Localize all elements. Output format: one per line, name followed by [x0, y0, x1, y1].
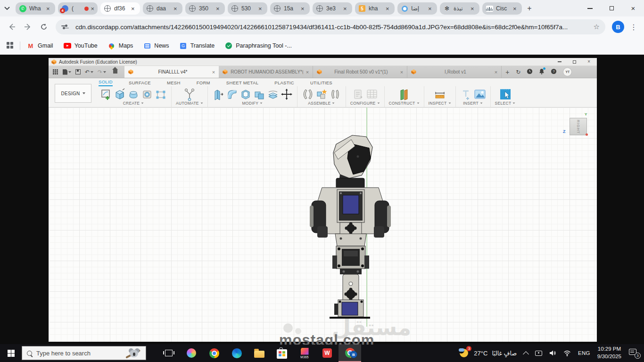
bookmark-news[interactable]: News: [143, 42, 169, 49]
revolve-icon[interactable]: [127, 88, 140, 101]
fusion-close-icon[interactable]: ×: [587, 59, 590, 64]
copilot-button[interactable]: [180, 344, 203, 362]
wps-office-button[interactable]: W: [316, 344, 339, 362]
new-component-icon[interactable]: [315, 88, 328, 101]
group-label-construct[interactable]: CONSTRUCT: [389, 101, 420, 106]
clock-icon[interactable]: [527, 68, 533, 75]
data-panel-icon[interactable]: [53, 69, 58, 75]
help-icon[interactable]: ?: [551, 68, 557, 75]
home-view-icon[interactable]: [112, 69, 118, 74]
select-icon[interactable]: [499, 88, 512, 101]
weather-icon[interactable]: 3: [458, 347, 471, 359]
apps-grid-icon[interactable]: [7, 42, 14, 49]
measure-icon[interactable]: [434, 88, 446, 101]
browser-tab-350[interactable]: 350 ×: [185, 2, 225, 15]
edge-button[interactable]: [225, 344, 248, 362]
tab-surface[interactable]: SURFACE: [129, 80, 151, 86]
active-chrome-window-button[interactable]: B: [339, 344, 361, 362]
forward-icon[interactable]: [21, 20, 35, 34]
browser-tab-3e3[interactable]: 3e3 ×: [313, 2, 352, 15]
file-explorer-button[interactable]: [248, 344, 271, 362]
group-label-create[interactable]: CREATE: [123, 101, 144, 106]
meet-now-icon[interactable]: [535, 351, 542, 356]
automate-icon[interactable]: [183, 88, 196, 101]
extrude-icon[interactable]: [114, 88, 126, 101]
doc-tab-close-icon[interactable]: ×: [495, 69, 497, 75]
file-menu-icon[interactable]: [63, 69, 71, 75]
notifications-bell-icon[interactable]: [539, 68, 545, 75]
fusion-user-avatar[interactable]: YT: [563, 67, 572, 76]
tab-sheet-metal[interactable]: SHEET METAL: [226, 80, 258, 86]
bookmark-youtube[interactable]: YouTube: [64, 42, 98, 49]
start-button[interactable]: [0, 344, 22, 362]
speaker-icon[interactable]: [549, 350, 556, 356]
viewcube[interactable]: RIGHT: [570, 118, 587, 135]
bookmark-translate[interactable]: G Translate: [180, 42, 215, 49]
workspace-selector[interactable]: DESIGN: [55, 84, 91, 103]
fusion-doc-tab-finallll[interactable]: FINALLLL v4* ×: [124, 66, 219, 78]
tray-expand-chevron-icon[interactable]: [524, 350, 528, 356]
taskbar-search-box[interactable]: Type here to search: [22, 346, 146, 360]
group-label-modify[interactable]: MODIFY: [242, 101, 263, 106]
tab-close-icon[interactable]: ×: [46, 6, 50, 12]
profile-avatar[interactable]: B: [612, 21, 624, 33]
shell-icon[interactable]: [239, 88, 252, 101]
tab-close-icon[interactable]: ×: [91, 6, 94, 12]
browser-tab-kha[interactable]: 5 kha ×: [355, 2, 395, 15]
configuration-doc-icon[interactable]: [352, 88, 364, 101]
create-sketch-icon[interactable]: [100, 88, 112, 101]
wifi-icon[interactable]: [563, 350, 571, 356]
redo-icon[interactable]: ↷: [98, 69, 106, 75]
tab-solid[interactable]: SOLID: [99, 79, 113, 86]
url-text[interactable]: cdn.discordapp.com/attachments/142266015…: [75, 24, 590, 31]
browser-tab-15a[interactable]: 15a ×: [270, 2, 310, 15]
address-bar[interactable]: cdn.discordapp.com/attachments/142266015…: [56, 19, 605, 34]
pattern-icon[interactable]: [155, 88, 167, 101]
chrome-button[interactable]: [203, 344, 225, 362]
language-indicator[interactable]: ENG: [578, 350, 590, 356]
tab-close-icon[interactable]: ×: [386, 6, 389, 12]
sync-icon[interactable]: ↻: [516, 69, 520, 75]
bookmark-maps[interactable]: Maps: [108, 42, 133, 49]
restore-button[interactable]: [601, 0, 622, 16]
group-label-insert[interactable]: INSERT: [463, 101, 483, 106]
tab-close-icon[interactable]: ×: [471, 6, 474, 12]
group-label-configure[interactable]: CONFIGURE: [350, 101, 380, 106]
browser-tab-arabic1[interactable]: إضا ×: [397, 2, 437, 15]
tab-close-icon[interactable]: ×: [428, 6, 432, 12]
tab-close-icon[interactable]: ×: [216, 6, 220, 12]
m365-button[interactable]: M365: [293, 344, 316, 362]
browser-menu-icon[interactable]: ⋮: [628, 23, 639, 32]
browser-tab-df36-active[interactable]: df36 ×: [100, 2, 140, 15]
tab-close-icon[interactable]: ×: [301, 6, 305, 12]
configuration-table-icon[interactable]: [366, 88, 378, 101]
browser-tab-whatsapp[interactable]: ✆ Wha ×: [16, 2, 55, 15]
doc-tab-close-icon[interactable]: ×: [306, 69, 309, 75]
joint-icon[interactable]: [302, 88, 314, 101]
browser-tab-arabic2[interactable]: ✻ نبذة ×: [440, 2, 479, 15]
site-settings-icon[interactable]: [61, 23, 72, 31]
bookmark-gmail[interactable]: M Gmail: [27, 42, 53, 49]
fusion-canvas[interactable]: RIGHT Z Y مستقل: [49, 107, 597, 342]
group-label-inspect[interactable]: INSPECT: [429, 101, 451, 106]
tab-utilities[interactable]: UTILITIES: [310, 80, 332, 86]
tab-close-icon[interactable]: ×: [258, 6, 262, 12]
weather-description[interactable]: صافٍ غالبًا: [492, 350, 517, 357]
tab-plastic[interactable]: PLASTIC: [274, 80, 294, 86]
new-tab-button[interactable]: +: [523, 2, 536, 15]
group-label-select[interactable]: SELECT: [495, 101, 516, 106]
fusion-doc-tab-irobot[interactable]: I,Robot v1 ×: [407, 66, 502, 78]
insert-image-icon[interactable]: [474, 88, 486, 101]
fusion-restore-icon[interactable]: [573, 60, 576, 64]
undo-icon[interactable]: ↶: [85, 69, 93, 75]
doc-tab-close-icon[interactable]: ×: [400, 69, 403, 75]
close-button[interactable]: ×: [622, 0, 644, 16]
new-document-button[interactable]: +: [502, 68, 513, 76]
weather-temp[interactable]: 27°C: [474, 350, 487, 357]
browser-tab-530[interactable]: 530 ×: [228, 2, 267, 15]
notification-center-button[interactable]: 3: [629, 348, 639, 358]
rigid-group-icon[interactable]: [329, 88, 341, 101]
save-icon[interactable]: [75, 69, 81, 74]
back-icon[interactable]: [5, 20, 19, 34]
tab-close-icon[interactable]: ×: [343, 6, 347, 12]
